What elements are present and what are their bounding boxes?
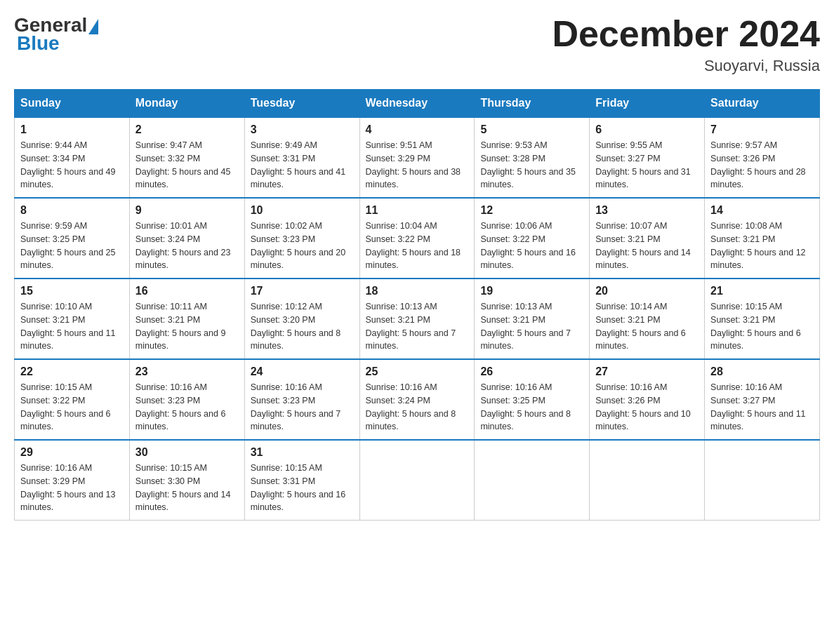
day-info: Sunrise: 9:49 AMSunset: 3:31 PMDaylight:… [251,140,346,189]
day-info: Sunrise: 9:59 AMSunset: 3:25 PMDaylight:… [20,221,116,270]
calendar-cell: 1 Sunrise: 9:44 AMSunset: 3:34 PMDayligh… [15,117,130,198]
day-number: 30 [135,446,239,459]
calendar-week-row: 22 Sunrise: 10:15 AMSunset: 3:22 PMDayli… [15,359,820,440]
day-number: 16 [135,285,239,297]
calendar-cell: 29 Sunrise: 10:16 AMSunset: 3:29 PMDayli… [15,440,130,521]
logo-triangle-icon [88,19,98,34]
day-number: 8 [20,204,124,217]
logo-blue: Blue [17,32,60,55]
day-info: Sunrise: 10:15 AMSunset: 3:22 PMDaylight… [20,382,111,431]
calendar-cell: 30 Sunrise: 10:15 AMSunset: 3:30 PMDayli… [129,440,244,521]
day-number: 31 [251,446,354,459]
day-info: Sunrise: 10:14 AMSunset: 3:21 PMDaylight… [595,302,686,351]
day-number: 1 [20,123,124,136]
day-number: 20 [595,285,699,297]
calendar-cell: 12 Sunrise: 10:06 AMSunset: 3:22 PMDayli… [475,198,590,279]
day-number: 19 [480,285,583,297]
day-number: 17 [251,285,354,297]
calendar-cell: 8 Sunrise: 9:59 AMSunset: 3:25 PMDayligh… [15,198,130,279]
calendar-cell [705,440,820,521]
day-number: 12 [480,204,583,217]
day-info: Sunrise: 9:47 AMSunset: 3:32 PMDaylight:… [135,140,231,189]
calendar-cell: 9 Sunrise: 10:01 AMSunset: 3:24 PMDaylig… [129,198,244,279]
day-number: 22 [20,365,124,378]
day-info: Sunrise: 9:44 AMSunset: 3:34 PMDaylight:… [20,140,116,189]
day-number: 6 [595,123,699,136]
day-number: 11 [366,204,469,217]
day-info: Sunrise: 10:12 AMSunset: 3:20 PMDaylight… [251,302,341,351]
calendar-cell: 4 Sunrise: 9:51 AMSunset: 3:29 PMDayligh… [359,117,475,198]
day-number: 14 [710,204,814,217]
calendar-header-row: SundayMondayTuesdayWednesdayThursdayFrid… [15,90,820,118]
calendar-cell [475,440,590,521]
calendar-cell: 7 Sunrise: 9:57 AMSunset: 3:26 PMDayligh… [705,117,820,198]
day-number: 15 [20,285,124,297]
day-number: 4 [366,123,469,136]
day-info: Sunrise: 10:02 AMSunset: 3:23 PMDaylight… [251,221,346,270]
calendar-header-sunday: Sunday [15,90,130,118]
day-info: Sunrise: 10:16 AMSunset: 3:24 PMDaylight… [366,382,456,431]
day-number: 10 [251,204,354,217]
calendar-cell: 19 Sunrise: 10:13 AMSunset: 3:21 PMDayli… [475,279,590,359]
day-info: Sunrise: 10:13 AMSunset: 3:21 PMDaylight… [366,302,456,351]
calendar-cell: 6 Sunrise: 9:55 AMSunset: 3:27 PMDayligh… [590,117,705,198]
calendar-cell: 20 Sunrise: 10:14 AMSunset: 3:21 PMDayli… [590,279,705,359]
day-number: 25 [366,365,469,378]
calendar-cell: 24 Sunrise: 10:16 AMSunset: 3:23 PMDayli… [244,359,359,440]
day-number: 21 [710,285,814,297]
day-number: 9 [135,204,239,217]
calendar-header-monday: Monday [129,90,244,118]
day-number: 5 [480,123,583,136]
calendar-header-wednesday: Wednesday [359,90,475,118]
calendar-cell: 15 Sunrise: 10:10 AMSunset: 3:21 PMDayli… [15,279,130,359]
day-info: Sunrise: 10:08 AMSunset: 3:21 PMDaylight… [710,221,806,270]
day-number: 3 [251,123,354,136]
calendar-table: SundayMondayTuesdayWednesdayThursdayFrid… [14,89,820,521]
day-number: 29 [20,446,124,459]
day-number: 18 [366,285,469,297]
calendar-cell: 22 Sunrise: 10:15 AMSunset: 3:22 PMDayli… [15,359,130,440]
day-info: Sunrise: 10:07 AMSunset: 3:21 PMDaylight… [595,221,691,270]
day-info: Sunrise: 9:51 AMSunset: 3:29 PMDaylight:… [366,140,461,189]
day-info: Sunrise: 10:04 AMSunset: 3:22 PMDaylight… [366,221,461,270]
day-info: Sunrise: 10:15 AMSunset: 3:30 PMDaylight… [135,463,231,512]
day-number: 24 [251,365,354,378]
calendar-cell: 27 Sunrise: 10:16 AMSunset: 3:26 PMDayli… [590,359,705,440]
calendar-week-row: 1 Sunrise: 9:44 AMSunset: 3:34 PMDayligh… [15,117,820,198]
day-info: Sunrise: 10:16 AMSunset: 3:26 PMDaylight… [595,382,691,431]
calendar-cell: 11 Sunrise: 10:04 AMSunset: 3:22 PMDayli… [359,198,475,279]
calendar-cell: 17 Sunrise: 10:12 AMSunset: 3:20 PMDayli… [244,279,359,359]
calendar-week-row: 15 Sunrise: 10:10 AMSunset: 3:21 PMDayli… [15,279,820,359]
month-title: December 2024 [552,14,820,54]
day-number: 27 [595,365,699,378]
day-number: 13 [595,204,699,217]
calendar-cell: 18 Sunrise: 10:13 AMSunset: 3:21 PMDayli… [359,279,475,359]
day-info: Sunrise: 10:10 AMSunset: 3:21 PMDaylight… [20,302,116,351]
calendar-cell [590,440,705,521]
calendar-week-row: 29 Sunrise: 10:16 AMSunset: 3:29 PMDayli… [15,440,820,521]
calendar-cell: 10 Sunrise: 10:02 AMSunset: 3:23 PMDayli… [244,198,359,279]
day-info: Sunrise: 10:13 AMSunset: 3:21 PMDaylight… [480,302,571,351]
calendar-header-tuesday: Tuesday [244,90,359,118]
day-info: Sunrise: 10:06 AMSunset: 3:22 PMDaylight… [480,221,576,270]
day-info: Sunrise: 9:55 AMSunset: 3:27 PMDaylight:… [595,140,691,189]
title-section: December 2024 Suoyarvi, Russia [552,14,820,75]
day-info: Sunrise: 10:15 AMSunset: 3:21 PMDaylight… [710,302,801,351]
location: Suoyarvi, Russia [552,57,820,75]
day-number: 28 [710,365,814,378]
calendar-cell: 23 Sunrise: 10:16 AMSunset: 3:23 PMDayli… [129,359,244,440]
day-info: Sunrise: 9:53 AMSunset: 3:28 PMDaylight:… [480,140,576,189]
day-number: 2 [135,123,239,136]
day-number: 23 [135,365,239,378]
calendar-cell: 25 Sunrise: 10:16 AMSunset: 3:24 PMDayli… [359,359,475,440]
calendar-cell: 26 Sunrise: 10:16 AMSunset: 3:25 PMDayli… [475,359,590,440]
calendar-cell: 28 Sunrise: 10:16 AMSunset: 3:27 PMDayli… [705,359,820,440]
calendar-cell: 21 Sunrise: 10:15 AMSunset: 3:21 PMDayli… [705,279,820,359]
calendar-cell: 3 Sunrise: 9:49 AMSunset: 3:31 PMDayligh… [244,117,359,198]
calendar-cell: 2 Sunrise: 9:47 AMSunset: 3:32 PMDayligh… [129,117,244,198]
day-info: Sunrise: 10:16 AMSunset: 3:23 PMDaylight… [251,382,341,431]
day-info: Sunrise: 9:57 AMSunset: 3:26 PMDaylight:… [710,140,806,189]
calendar-cell: 16 Sunrise: 10:11 AMSunset: 3:21 PMDayli… [129,279,244,359]
page-header: General Blue December 2024 Suoyarvi, Rus… [14,14,820,75]
calendar-header-friday: Friday [590,90,705,118]
